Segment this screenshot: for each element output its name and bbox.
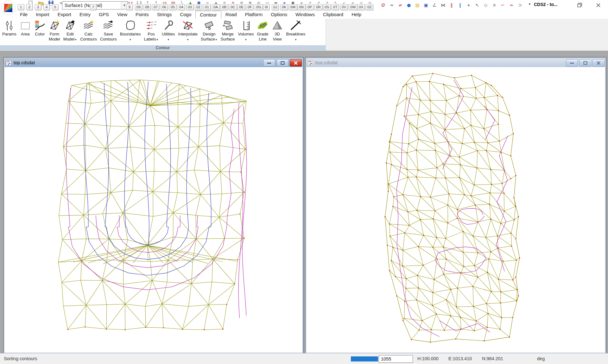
form-model-icon <box>49 20 60 31</box>
ribbon-group-label: Contour <box>0 45 326 50</box>
edit-model-icon <box>64 20 76 31</box>
keytip-0G: 0G <box>255 4 263 10</box>
scale-tool-icon[interactable]: × <box>491 2 498 8</box>
minimize-button[interactable] <box>263 59 275 66</box>
utilities-icon <box>163 20 174 31</box>
rotate-tool-icon[interactable]: ⌐ <box>499 2 507 8</box>
crosshair-icon[interactable]: + <box>465 2 472 8</box>
red-polyline-icon[interactable]: ≈ <box>508 2 515 8</box>
close-button[interactable] <box>593 1 603 9</box>
params-button[interactable]: Params <box>1 19 18 42</box>
maximize-button[interactable] <box>579 59 591 66</box>
document-icon <box>307 60 314 66</box>
sliders-red-icon[interactable]: ‖ <box>448 2 455 8</box>
close-window-icon <box>596 61 601 65</box>
drawing-canvas-bse[interactable] <box>306 67 605 353</box>
keytip-2: 2 <box>26 4 33 10</box>
menu-tab-bar: FileImportExportEntryGPSViewPointsString… <box>0 10 608 19</box>
pointer-select-icon[interactable]: ↖ <box>473 2 481 8</box>
save-contours-button[interactable]: SaveContours <box>99 19 118 42</box>
breakline-edit-icon[interactable]: ≠ <box>396 2 404 8</box>
minimize-button[interactable] <box>566 59 578 66</box>
keytip-5: 5 <box>52 4 58 10</box>
tab-clipboard[interactable]: Clipboard <box>319 11 347 19</box>
status-angle-unit: deg <box>537 356 545 361</box>
volumes-button[interactable]: Volumes▼ <box>237 19 255 42</box>
tab-strings[interactable]: Strings <box>153 11 176 19</box>
tab-options[interactable]: Options <box>267 11 291 19</box>
tab-points[interactable]: Points <box>131 11 153 19</box>
tab-import[interactable]: Import <box>32 11 54 19</box>
app-logo[interactable] <box>1 1 16 15</box>
titlebar-dropdown-icon[interactable]: ▼ <box>528 3 531 6</box>
tab-platform[interactable]: Platform <box>241 11 267 19</box>
child-window-top-titlebar[interactable]: top.cdsdat <box>4 58 302 67</box>
tab-export[interactable]: Export <box>54 11 75 19</box>
sliders-blue-icon[interactable]: ‖ <box>456 2 464 8</box>
volumes-icon <box>240 20 251 31</box>
maximize-button[interactable] <box>276 59 288 66</box>
close-window-button[interactable] <box>290 59 302 66</box>
keytip-0S: 0S <box>323 4 331 10</box>
tab-view[interactable]: View <box>113 11 131 19</box>
pos-labels-label: Pos <box>148 32 155 37</box>
form-model-button[interactable]: FormModel <box>48 19 61 42</box>
keytip-0J: 0J <box>272 4 279 10</box>
tab-file[interactable]: File <box>16 11 32 19</box>
3d-view-label: 3D <box>275 32 280 37</box>
progress-bar <box>351 356 378 361</box>
status-northing: N:984.201 <box>482 356 503 361</box>
tab-contour[interactable]: Contour <box>195 11 221 19</box>
boundaries-button[interactable]: Boundaries▼ <box>119 19 142 42</box>
area-button[interactable]: Area <box>18 19 32 42</box>
close-window-button[interactable] <box>592 59 605 66</box>
params-icon <box>3 20 15 31</box>
merge-surface-icon <box>222 20 233 31</box>
save-disk-icon[interactable]: ▣ <box>422 2 430 8</box>
drawing-canvas-top[interactable] <box>4 67 302 353</box>
open-file-icon[interactable]: ▨ <box>414 2 421 8</box>
delete-model-icon[interactable]: Ø <box>379 2 387 8</box>
child-window-bse-titlebar[interactable]: bse.cdsdat <box>306 58 605 67</box>
design-surface-button[interactable]: DDesignSurface▼ <box>200 19 219 42</box>
calc-contours-button[interactable]: CalcContours <box>79 19 98 42</box>
color-button[interactable]: Color <box>33 19 47 42</box>
utilities-button[interactable]: Utilities▼ <box>161 19 176 42</box>
profile-chart-icon[interactable]: ∠ <box>431 2 438 8</box>
restore-button[interactable] <box>575 1 585 9</box>
interpolate-button[interactable]: Interpolate▼ <box>177 19 199 42</box>
tab-windows[interactable]: Windows <box>291 11 319 19</box>
keytip-03: 03 <box>186 4 193 10</box>
keytip-05: 05 <box>169 4 176 10</box>
cross-section-icon[interactable]: ⋈ <box>439 2 447 8</box>
chevron-down-icon: ▼ <box>129 38 132 41</box>
chevron-down-icon: ▼ <box>156 38 159 41</box>
3d-view-button[interactable]: 3DView <box>270 19 284 42</box>
blue-point-icon[interactable]: ● <box>405 2 413 8</box>
contour-value-field[interactable]: 1055 <box>379 355 413 363</box>
tab-help[interactable]: Help <box>347 11 365 19</box>
tab-gps[interactable]: GPS <box>95 11 113 19</box>
tab-cogo[interactable]: Cogo <box>176 11 195 19</box>
interpolate-label: Interpolate <box>178 32 198 37</box>
polygon-select-icon[interactable]: ◇ <box>482 2 490 8</box>
keytip-0I: 0I <box>263 4 269 10</box>
tab-road[interactable]: Road <box>221 11 241 19</box>
pos-labels-icon <box>146 20 157 31</box>
keytip-0F: 0F <box>246 4 253 10</box>
area-label2 <box>25 37 26 42</box>
join-tool-icon[interactable]: ⊃ <box>516 2 524 8</box>
child-window-top-title: top.cdsdat <box>14 60 35 65</box>
edit-model-button[interactable]: EditModel▼ <box>62 19 78 42</box>
merge-surface-label2: Surface <box>221 37 235 42</box>
triple-contour-icon[interactable]: ≈ <box>388 2 396 8</box>
breaklines-button[interactable]: Breaklines▼ <box>285 19 307 42</box>
merge-surface-button[interactable]: MergeSurface <box>219 19 236 42</box>
status-message: Sorting contours <box>4 356 37 361</box>
form-model-label2: Model <box>49 37 60 42</box>
chevron-down-icon: ▼ <box>245 38 247 41</box>
keytip-0X: 0X <box>357 4 365 10</box>
pos-labels-button[interactable]: PosLabels▼ <box>142 19 160 42</box>
grade-line-button[interactable]: GradeLine <box>256 19 269 42</box>
tab-entry[interactable]: Entry <box>75 11 95 19</box>
